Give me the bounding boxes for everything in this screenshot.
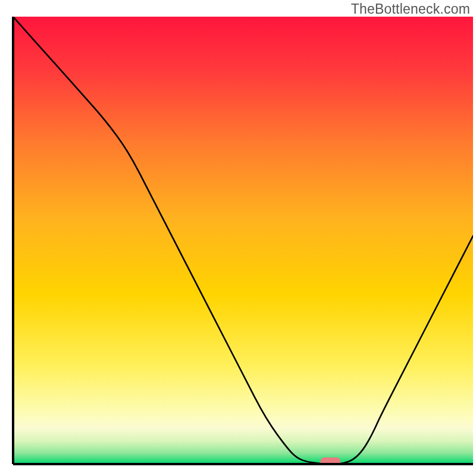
chart-container: TheBottleneck.com bbox=[0, 0, 476, 476]
bottleneck-chart bbox=[0, 0, 476, 476]
gradient-background bbox=[13, 17, 473, 464]
